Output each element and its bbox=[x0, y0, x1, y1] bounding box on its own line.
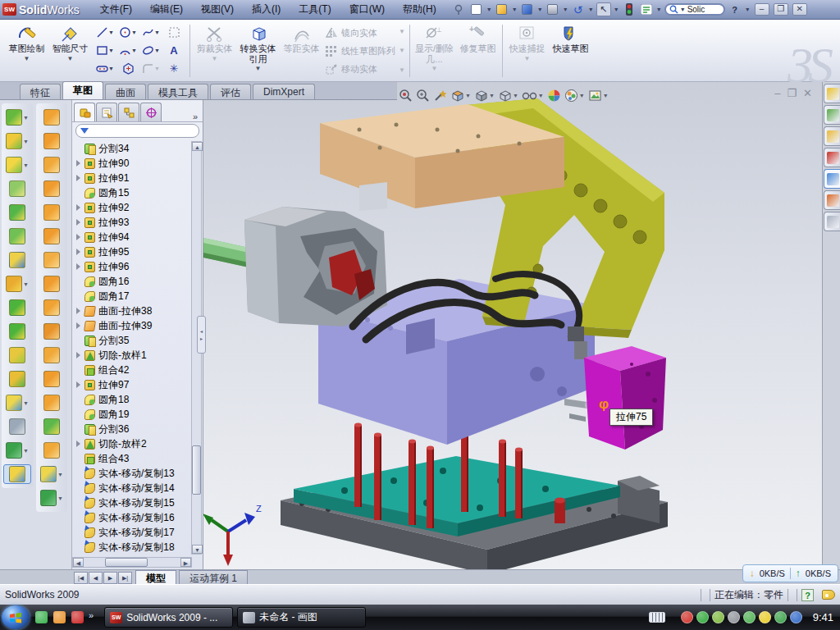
tree-item[interactable]: 实体-移动/复制14 bbox=[72, 481, 192, 495]
hide-show-dropdown[interactable]: ▼ bbox=[538, 93, 544, 98]
home-tab[interactable] bbox=[824, 84, 840, 103]
offset-surface-button[interactable] bbox=[38, 274, 66, 294]
graphics-viewport[interactable]: φ Y Z X ▼ ▼ ▼ ▼ ▼ ▼ – ❐ ✕ 拉伸75 bbox=[203, 82, 822, 569]
split-button[interactable] bbox=[3, 298, 31, 317]
lofted-surface-button[interactable] bbox=[38, 179, 66, 199]
print-dropdown[interactable]: ▼ bbox=[563, 7, 568, 12]
tree-item[interactable]: 圆角15 bbox=[72, 185, 192, 200]
dropdown-arrow[interactable]: ▼ bbox=[23, 400, 29, 406]
open-dropdown[interactable]: ▼ bbox=[512, 7, 518, 12]
new-document-icon[interactable] bbox=[469, 2, 484, 16]
panel-tabs-overflow[interactable]: » bbox=[189, 112, 201, 121]
part-red-cylinder[interactable] bbox=[555, 498, 565, 524]
toolbox-tab[interactable] bbox=[824, 148, 840, 167]
menu-item[interactable]: 编辑(E) bbox=[141, 0, 192, 19]
extend-surface-button[interactable] bbox=[38, 369, 66, 389]
circle-dropdown[interactable]: ▼ bbox=[131, 30, 137, 35]
expander-icon[interactable] bbox=[76, 381, 80, 388]
part-hose-fitting[interactable] bbox=[568, 326, 584, 341]
minimize-button[interactable]: – bbox=[755, 3, 769, 16]
display-style-button[interactable]: ▼ bbox=[498, 89, 518, 103]
menu-item[interactable]: 文件(F) bbox=[91, 0, 141, 19]
doc-tab-motion[interactable]: 运动算例 1 bbox=[179, 570, 248, 584]
doc-restore-button[interactable]: ❐ bbox=[787, 87, 797, 99]
quick-snaps-button[interactable]: 快速捕捉 ▼ bbox=[505, 22, 549, 80]
shell-button[interactable] bbox=[3, 203, 31, 222]
trim-entities-dropdown[interactable]: ▼ bbox=[212, 55, 218, 62]
expander-icon[interactable] bbox=[76, 234, 80, 240]
options-checklist-icon[interactable] bbox=[639, 2, 654, 16]
print-icon[interactable] bbox=[546, 2, 560, 16]
ribbon-tab-曲面[interactable]: 曲面 bbox=[105, 84, 146, 99]
menu-item[interactable]: 工具(T) bbox=[290, 0, 340, 19]
combine-button[interactable] bbox=[3, 345, 31, 365]
convert-entities-button[interactable]: 转换实体引用 ▼ bbox=[236, 22, 280, 80]
new-document-dropdown[interactable]: ▼ bbox=[486, 7, 492, 12]
file-explorer-tab[interactable] bbox=[824, 126, 840, 146]
arc-dropdown[interactable]: ▼ bbox=[131, 48, 137, 53]
messenger-quicklaunch-icon[interactable] bbox=[35, 611, 48, 623]
filled-surface-button[interactable] bbox=[38, 226, 66, 246]
quick-launch-overflow[interactable]: » bbox=[89, 610, 94, 620]
menu-item[interactable]: 窗口(W) bbox=[340, 0, 394, 19]
menu-item[interactable]: 帮助(H) bbox=[394, 0, 445, 19]
doc-minimize-button[interactable]: – bbox=[774, 87, 780, 99]
certificate-tray-icon[interactable] bbox=[712, 611, 724, 623]
taskbar-button-paint[interactable]: 未命名 - 画图 bbox=[237, 607, 366, 628]
view-orientation-dropdown[interactable]: ▼ bbox=[489, 93, 495, 98]
menu-item[interactable]: 视图(V) bbox=[192, 0, 243, 19]
dimxpert-manager-tab[interactable] bbox=[140, 103, 162, 121]
model-3d-assembly[interactable]: φ Y Z X bbox=[203, 82, 822, 569]
apply-scene-dropdown[interactable]: ▼ bbox=[579, 93, 585, 98]
tree-item[interactable]: 实体-移动/复制13 bbox=[72, 466, 192, 481]
expander-icon[interactable] bbox=[76, 175, 80, 181]
point-tool[interactable]: ✳ bbox=[170, 62, 179, 75]
instant3d-button[interactable] bbox=[3, 464, 31, 484]
extruded-boss-button[interactable]: ▼ bbox=[3, 107, 31, 127]
ribbon-tab-评估[interactable]: 评估 bbox=[210, 84, 251, 99]
tree-item[interactable]: 组合43 bbox=[72, 451, 192, 466]
reference-geometry-button[interactable]: ▼ bbox=[3, 393, 31, 413]
tree-filter-input[interactable] bbox=[75, 124, 199, 138]
expander-icon[interactable] bbox=[76, 322, 80, 329]
repair-sketch-button[interactable]: + 修复草图 bbox=[456, 22, 500, 80]
tab-nav-button[interactable]: ◀ bbox=[89, 572, 103, 584]
tree-item[interactable]: 拉伸95 bbox=[72, 244, 192, 259]
tree-item[interactable]: 实体-移动/复制16 bbox=[72, 510, 192, 525]
draft-button[interactable] bbox=[3, 226, 31, 246]
sketch-draw-dropdown[interactable]: ▼ bbox=[24, 55, 30, 62]
dropdown-arrow[interactable]: ▼ bbox=[57, 495, 63, 501]
menu-item[interactable]: 插入(I) bbox=[243, 0, 290, 19]
save-icon[interactable] bbox=[520, 2, 535, 16]
hole-wizard-button[interactable] bbox=[3, 250, 31, 270]
delete-face-button[interactable] bbox=[38, 322, 66, 341]
scroll-left-arrow[interactable]: ◀ bbox=[73, 558, 84, 567]
close-button[interactable]: ✕ bbox=[792, 3, 807, 16]
view-settings-dropdown[interactable]: ▼ bbox=[603, 93, 609, 98]
taskbar-button-solidworks[interactable]: SWSolidWorks 2009 - ... bbox=[104, 607, 233, 628]
help-icon[interactable]: ? bbox=[728, 2, 742, 16]
move-copy-body-button[interactable] bbox=[3, 369, 31, 389]
apply-scene-button[interactable]: ▼ bbox=[564, 89, 585, 103]
tree-item[interactable]: 实体-移动/复制18 bbox=[72, 540, 192, 555]
line-tool[interactable]: ▼ bbox=[96, 26, 114, 39]
sketch-text-tool[interactable]: A bbox=[170, 44, 177, 57]
tree-item[interactable]: 分割34 bbox=[72, 141, 192, 156]
display-delete-relations-button[interactable]: ⊥ 显示/删除几... ▼ bbox=[413, 22, 456, 80]
boundary-surface-button[interactable] bbox=[38, 203, 66, 222]
search-scope-dropdown[interactable]: ▼ bbox=[680, 7, 686, 12]
ellipse-tool[interactable]: ▼ bbox=[142, 44, 160, 57]
trim-entities-button[interactable]: 剪裁实体 ▼ bbox=[193, 22, 236, 80]
zoom-fit-button[interactable] bbox=[399, 89, 413, 103]
sketch-draw-button[interactable]: 草图绘制 ▼ bbox=[5, 22, 48, 80]
ribbon-tab-草图[interactable]: 草图 bbox=[62, 81, 103, 99]
tree-item[interactable]: 实体-移动/复制17 bbox=[72, 525, 192, 540]
hide-show-items-button[interactable]: ▼ bbox=[522, 89, 544, 102]
search-box[interactable]: ▼ Solic bbox=[664, 3, 725, 16]
tab-nav-button[interactable]: ▶ bbox=[103, 572, 117, 584]
expander-icon[interactable] bbox=[76, 352, 80, 358]
line-dropdown[interactable]: ▼ bbox=[108, 30, 114, 35]
save-dropdown[interactable]: ▼ bbox=[537, 7, 543, 12]
dropdown-arrow[interactable]: ▼ bbox=[57, 472, 63, 477]
help-dropdown[interactable]: ▼ bbox=[745, 7, 751, 12]
